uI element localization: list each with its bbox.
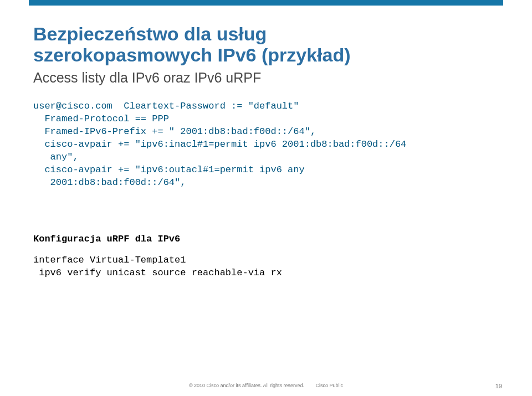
- top-accent-bar: [29, 0, 503, 6]
- title-line-1: Bezpieczeństwo dla usług: [33, 23, 267, 44]
- footer-copyright: © 2010 Cisco and/or its affiliates. All …: [189, 383, 304, 388]
- page-number: 19: [495, 383, 502, 389]
- urpf-heading: Konfiguracja uRPF dla IPv6: [33, 234, 499, 244]
- footer: © 2010 Cisco and/or its affiliates. All …: [0, 383, 532, 388]
- slide-title: Bezpieczeństwo dla usług szerokopasmowyc…: [33, 23, 499, 65]
- code-block-urpf: interface Virtual-Template1 ipv6 verify …: [33, 254, 499, 280]
- code-block-acl: user@cisco.com Cleartext-Password := "de…: [33, 100, 499, 189]
- slide-subtitle: Access listy dla IPv6 oraz IPv6 uRPF: [33, 70, 499, 86]
- title-line-2: szerokopasmowych IPv6 (przykład): [33, 44, 351, 65]
- slide-content: Bezpieczeństwo dla usług szerokopasmowyc…: [33, 23, 499, 374]
- footer-public: Cisco Public: [316, 383, 344, 388]
